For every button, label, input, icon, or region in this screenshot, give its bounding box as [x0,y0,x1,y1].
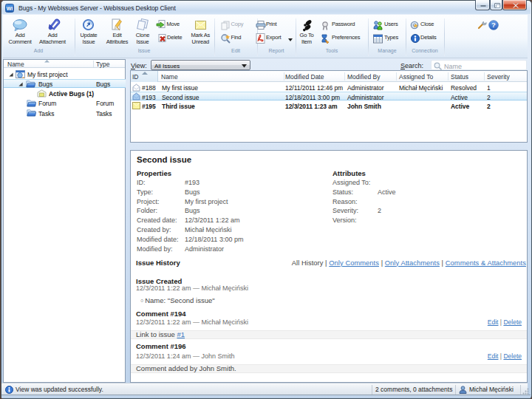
svg-text:?: ? [491,21,496,29]
